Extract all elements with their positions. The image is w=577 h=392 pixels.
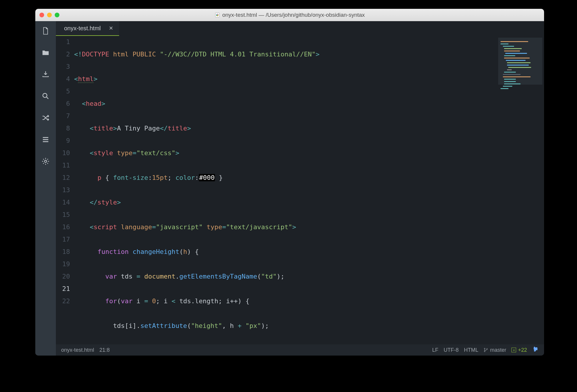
folder-icon[interactable] <box>41 48 50 57</box>
svg-point-3 <box>43 93 47 98</box>
window-title: onyx-test.html — /Users/john/github/onyx… <box>35 12 544 18</box>
download-icon[interactable] <box>41 70 50 79</box>
svg-point-4 <box>44 160 46 162</box>
minimap[interactable] <box>498 38 542 85</box>
app-window: onyx-test.html — /Users/john/github/onyx… <box>35 9 544 356</box>
git-branch-icon <box>483 348 488 352</box>
close-icon[interactable]: ✕ <box>109 25 113 31</box>
tab-label: onyx-test.html <box>64 25 101 32</box>
status-filename[interactable]: onyx-test.html <box>61 347 94 353</box>
status-bar: onyx-test.html 21:8 LF UTF-8 HTML master… <box>56 344 544 356</box>
titlebar[interactable]: onyx-test.html — /Users/john/github/onyx… <box>35 9 544 21</box>
gear-icon[interactable] <box>41 157 50 166</box>
search-icon[interactable] <box>41 92 50 100</box>
chrome-file-icon <box>215 12 220 18</box>
svg-point-2 <box>217 15 218 16</box>
status-git-changes[interactable]: + +22 <box>511 347 527 353</box>
code-area[interactable]: <!DOCTYPE html PUBLIC "-//W3C//DTD HTML … <box>74 36 544 356</box>
menu-icon[interactable] <box>41 135 50 144</box>
line-gutter: 12345678910111213141516171819202122 <box>56 36 74 356</box>
file-icon[interactable] <box>41 26 50 35</box>
shuffle-icon[interactable] <box>41 113 50 122</box>
window-title-text: onyx-test.html — /Users/john/github/onyx… <box>222 12 365 18</box>
svg-point-5 <box>484 348 485 349</box>
plus-icon: + <box>511 348 516 352</box>
activity-bar <box>35 21 56 356</box>
status-cursor[interactable]: 21:8 <box>99 347 110 353</box>
status-encoding[interactable]: UTF-8 <box>443 347 458 353</box>
tab-bar: onyx-test.html ✕ <box>56 21 544 36</box>
svg-point-7 <box>487 349 488 349</box>
status-line-ending[interactable]: LF <box>432 347 438 353</box>
status-branch[interactable]: master <box>483 347 506 353</box>
squirrel-icon[interactable] <box>532 346 539 354</box>
status-grammar[interactable]: HTML <box>464 347 478 353</box>
tab-onyx-test[interactable]: onyx-test.html ✕ <box>56 21 119 36</box>
svg-point-6 <box>484 351 485 352</box>
editor[interactable]: 12345678910111213141516171819202122 <!DO… <box>56 36 544 356</box>
